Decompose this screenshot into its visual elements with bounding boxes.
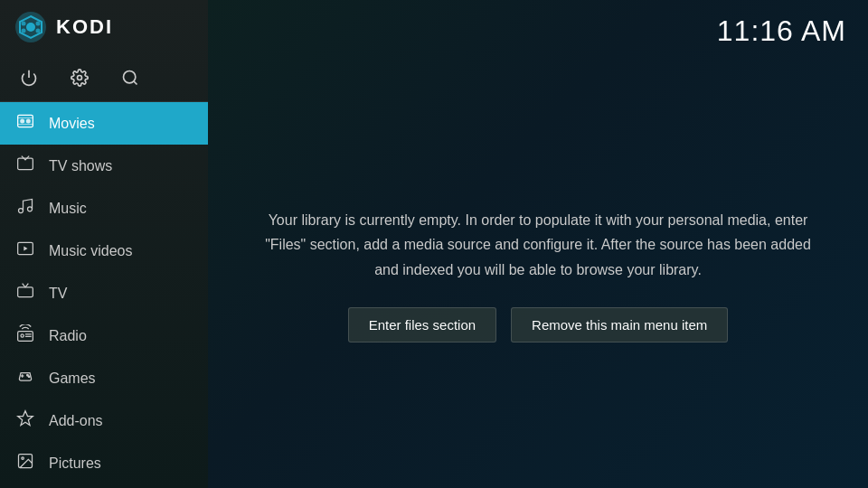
empty-library-message: Your library is currently empty. In orde…: [262, 208, 814, 343]
svg-rect-15: [18, 124, 33, 125]
svg-point-23: [21, 334, 24, 337]
sidebar-item-music-videos[interactable]: Music videos: [0, 230, 208, 272]
svg-point-3: [22, 22, 26, 26]
main-content: 11:16 AM Your library is currently empty…: [208, 0, 868, 488]
svg-point-28: [27, 374, 29, 376]
content-area: Your library is currently empty. In orde…: [208, 62, 868, 488]
svg-line-10: [134, 81, 137, 85]
svg-marker-30: [18, 411, 33, 426]
add-ons-label: Add-ons: [49, 413, 103, 429]
clock-display: 11:16 AM: [717, 14, 846, 48]
music-videos-label: Music videos: [49, 243, 132, 259]
svg-marker-20: [24, 247, 27, 251]
pictures-label: Pictures: [49, 455, 101, 472]
sidebar-toolbar: [0, 54, 208, 102]
tv-shows-label: TV shows: [49, 158, 112, 174]
music-label: Music: [49, 201, 87, 217]
radio-label: Radio: [49, 328, 87, 344]
sidebar-item-pictures[interactable]: Pictures: [0, 442, 208, 484]
tv-label: TV: [49, 286, 67, 302]
games-label: Games: [49, 371, 96, 387]
sidebar-item-music[interactable]: Music: [0, 187, 208, 230]
nav-menu: Movies TV shows Music: [0, 102, 208, 488]
svg-point-9: [124, 71, 136, 83]
svg-point-8: [78, 76, 82, 80]
svg-rect-14: [18, 117, 33, 118]
movies-label: Movies: [49, 116, 95, 132]
tv-icon: [14, 282, 36, 305]
svg-rect-11: [18, 115, 33, 127]
sidebar: KODI: [0, 0, 208, 488]
sidebar-item-radio[interactable]: Radio: [0, 314, 208, 357]
app-title: KODI: [56, 15, 113, 39]
svg-rect-21: [18, 287, 33, 297]
svg-point-5: [22, 29, 26, 33]
add-ons-icon: [14, 409, 36, 432]
action-buttons: Enter files section Remove this main men…: [262, 307, 814, 343]
svg-point-32: [22, 457, 24, 460]
settings-button[interactable]: [65, 63, 94, 92]
top-bar: 11:16 AM: [208, 0, 868, 62]
svg-point-4: [36, 22, 41, 26]
svg-point-18: [28, 207, 33, 211]
svg-point-29: [28, 376, 30, 378]
svg-point-17: [19, 209, 24, 213]
enter-files-button[interactable]: Enter files section: [348, 307, 496, 343]
sidebar-item-games[interactable]: Games: [0, 357, 208, 399]
power-button[interactable]: [14, 63, 43, 92]
movies-icon: [14, 112, 36, 135]
sidebar-item-movies[interactable]: Movies: [0, 102, 208, 145]
sidebar-item-add-ons[interactable]: Add-ons: [0, 399, 208, 442]
app-header: KODI: [0, 0, 208, 54]
music-icon: [14, 197, 36, 220]
remove-menu-item-button[interactable]: Remove this main menu item: [511, 307, 728, 343]
sidebar-item-tv-shows[interactable]: TV shows: [0, 145, 208, 187]
library-empty-text: Your library is currently empty. In orde…: [262, 208, 814, 282]
svg-point-2: [26, 23, 35, 32]
tv-shows-icon: [14, 155, 36, 177]
games-icon: [14, 367, 36, 389]
search-button[interactable]: [116, 63, 145, 92]
radio-icon: [14, 324, 36, 347]
sidebar-item-tv[interactable]: TV: [0, 272, 208, 314]
pictures-icon: [14, 452, 36, 474]
svg-point-6: [36, 29, 41, 33]
music-videos-icon: [14, 239, 36, 262]
svg-point-13: [26, 119, 31, 124]
svg-point-12: [20, 119, 24, 124]
kodi-logo-icon: [14, 11, 47, 43]
